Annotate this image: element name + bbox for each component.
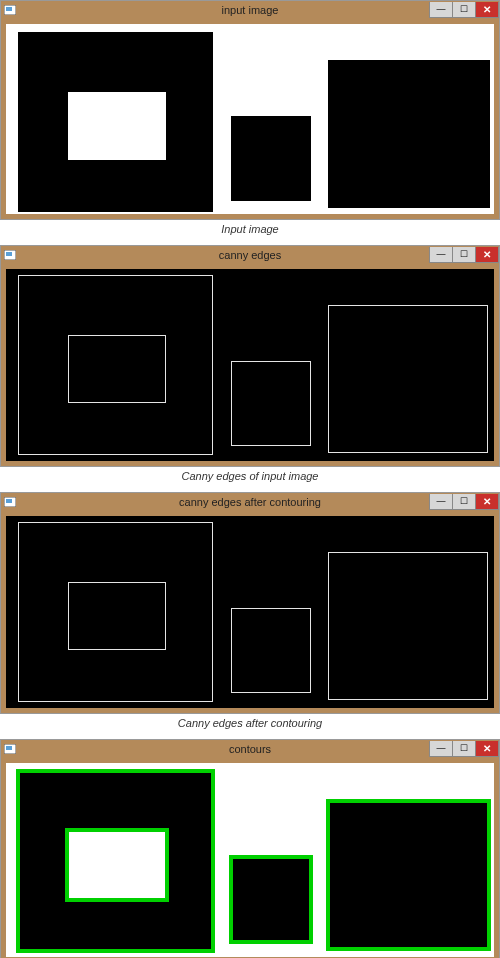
image-canvas	[6, 516, 494, 708]
close-button[interactable]: ✕	[475, 247, 499, 263]
window-title: canny edges	[1, 249, 499, 261]
shape-outline-white-2	[231, 361, 311, 446]
close-button[interactable]: ✕	[475, 2, 499, 18]
titlebar[interactable]: input image—☐✕	[1, 1, 499, 19]
window-w2: canny edges—☐✕	[0, 245, 500, 467]
image-canvas	[6, 24, 494, 214]
window-w3: canny edges after contouring—☐✕	[0, 492, 500, 714]
shape-outline-white-3	[328, 305, 488, 453]
shape-outline-white-1	[68, 582, 166, 650]
shape-outline-white-2	[231, 608, 311, 693]
minimize-button[interactable]: —	[429, 2, 453, 18]
maximize-button[interactable]: ☐	[452, 741, 476, 757]
figure-caption: Canny edges after contouring	[0, 717, 500, 729]
maximize-button[interactable]: ☐	[452, 247, 476, 263]
window-title: contours	[1, 743, 499, 755]
titlebar[interactable]: contours—☐✕	[1, 740, 499, 758]
maximize-button[interactable]: ☐	[452, 494, 476, 510]
svg-rect-7	[6, 746, 12, 750]
window-controls: —☐✕	[430, 494, 499, 510]
svg-rect-5	[6, 499, 12, 503]
titlebar[interactable]: canny edges—☐✕	[1, 246, 499, 264]
app-icon	[3, 742, 17, 756]
minimize-button[interactable]: —	[429, 247, 453, 263]
image-canvas	[6, 763, 494, 957]
shape-fill-black-3	[328, 60, 490, 208]
figure-caption: Canny edges of input image	[0, 470, 500, 482]
shape-fill-black-2	[231, 116, 311, 201]
window-controls: —☐✕	[430, 247, 499, 263]
titlebar[interactable]: canny edges after contouring—☐✕	[1, 493, 499, 511]
window-w1: input image—☐✕	[0, 0, 500, 220]
maximize-button[interactable]: ☐	[452, 2, 476, 18]
close-button[interactable]: ✕	[475, 741, 499, 757]
shape-outline-green-7	[326, 799, 491, 951]
app-icon	[3, 3, 17, 17]
app-icon	[3, 495, 17, 509]
svg-rect-3	[6, 252, 12, 256]
shape-outline-white-1	[68, 335, 166, 403]
shape-fill-white-1	[68, 92, 166, 160]
image-canvas	[6, 269, 494, 461]
close-button[interactable]: ✕	[475, 494, 499, 510]
window-title: input image	[1, 4, 499, 16]
window-title: canny edges after contouring	[1, 496, 499, 508]
window-controls: —☐✕	[430, 2, 499, 18]
window-w4: contours—☐✕	[0, 739, 500, 958]
minimize-button[interactable]: —	[429, 494, 453, 510]
shape-outline-green-5	[65, 828, 169, 902]
shape-outline-green-6	[229, 855, 313, 944]
svg-rect-1	[6, 7, 12, 11]
minimize-button[interactable]: —	[429, 741, 453, 757]
figure-caption: Input image	[0, 223, 500, 235]
app-icon	[3, 248, 17, 262]
window-controls: —☐✕	[430, 741, 499, 757]
shape-outline-white-3	[328, 552, 488, 700]
